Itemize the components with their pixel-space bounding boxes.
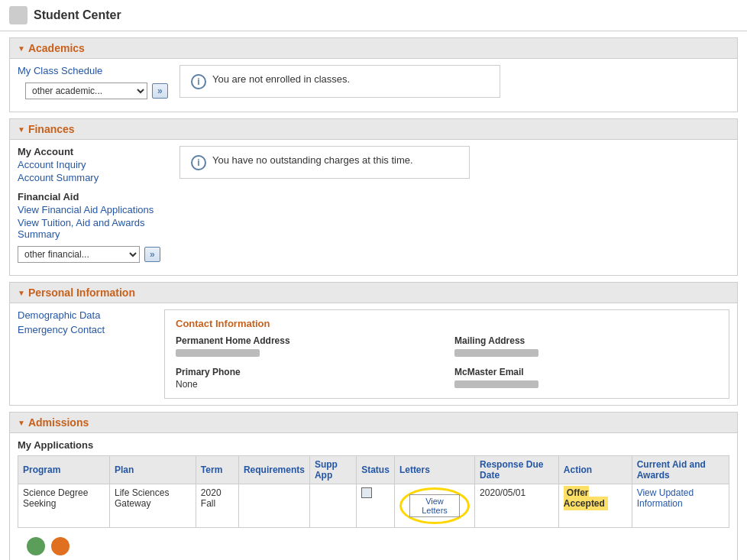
col-term: Term xyxy=(196,456,238,484)
personal-information-title: Personal Information xyxy=(28,286,135,299)
view-tuition-link[interactable]: View Tuition, Aid and Awards Summary xyxy=(18,217,144,240)
page-header: Student Center xyxy=(0,0,747,31)
finances-right: i You have no outstanding charges at thi… xyxy=(179,146,729,269)
personal-left: Demographic Data Emergency Contact xyxy=(18,309,155,399)
view-letters-button[interactable]: View Letters xyxy=(409,494,460,517)
col-requirements: Requirements xyxy=(238,456,309,484)
finances-dropdown[interactable]: other financial... Finances Financial Ai… xyxy=(18,246,140,263)
orange-button[interactable] xyxy=(51,537,70,555)
cell-current-aid-awards: View Updated Information xyxy=(632,484,729,528)
permanent-address-label: Permanent Home Address xyxy=(176,335,439,346)
finances-left: My Account Account Inquiry Account Summa… xyxy=(18,146,170,269)
enrollment-message: You are not enrolled in classes. xyxy=(212,73,350,85)
view-financial-aid-link[interactable]: View Financial Aid Applications xyxy=(18,204,154,215)
mcmaster-email-label: McMaster Email xyxy=(454,367,718,377)
cell-status xyxy=(357,484,395,528)
finances-info-icon: i xyxy=(191,155,206,170)
permanent-address-value xyxy=(176,349,260,357)
academics-section: ▼ Academics My Class Schedule other acad… xyxy=(9,37,738,112)
admissions-title: Admissions xyxy=(28,416,89,429)
academics-dropdown-row: other academic... Enrollment Academics T… xyxy=(25,83,170,99)
col-current-aid-awards: Current Aid and Awards xyxy=(632,456,729,484)
academics-right: i You are not enrolled in classes. xyxy=(179,65,729,105)
col-supp-app: Supp App xyxy=(309,456,356,484)
cell-plan: Life Sciences Gateway xyxy=(110,484,196,528)
academics-header: ▼ Academics xyxy=(10,38,737,59)
academics-title: Academics xyxy=(28,42,85,54)
cell-program: Science Degree Seeking xyxy=(18,484,110,528)
academics-left: My Class Schedule other academic... Enro… xyxy=(18,65,170,105)
mailing-address-label: Mailing Address xyxy=(454,335,718,346)
bottom-buttons xyxy=(18,531,729,560)
finances-triangle-icon: ▼ xyxy=(18,125,25,134)
enrollment-info-box: i You are not enrolled in classes. xyxy=(179,65,500,98)
status-checkbox[interactable] xyxy=(361,487,372,498)
page-title: Student Center xyxy=(34,8,121,22)
account-inquiry-link[interactable]: Account Inquiry xyxy=(18,159,86,170)
primary-phone-value: None xyxy=(176,379,439,390)
table-row: Science Degree Seeking Life Sciences Gat… xyxy=(18,484,729,528)
admissions-header: ▼ Admissions xyxy=(10,413,737,433)
personal-information-body: Demographic Data Emergency Contact Conta… xyxy=(10,303,737,405)
finances-dropdown-row: other financial... Finances Financial Ai… xyxy=(18,246,170,263)
contact-grid: Permanent Home Address Mailing Address P… xyxy=(176,335,718,390)
cell-letters: View Letters xyxy=(394,484,474,528)
demographic-data-link[interactable]: Demographic Data xyxy=(18,309,100,321)
primary-phone-field: Primary Phone None xyxy=(176,367,439,390)
account-summary-link[interactable]: Account Summary xyxy=(18,172,99,183)
financial-aid-label: Financial Aid xyxy=(18,191,170,202)
cell-requirements xyxy=(238,484,309,528)
academics-go-button[interactable]: » xyxy=(152,83,168,99)
admissions-body: My Applications Program Plan Term Requir… xyxy=(10,433,737,560)
finances-header: ▼ Finances xyxy=(10,119,737,140)
personal-triangle-icon: ▼ xyxy=(18,289,25,297)
cell-action: Offer Accepted xyxy=(558,484,632,528)
offer-accepted-badge: Offer Accepted xyxy=(564,486,608,510)
emergency-contact-link[interactable]: Emergency Contact xyxy=(18,324,105,335)
academics-body: My Class Schedule other academic... Enro… xyxy=(10,59,737,112)
contact-box: Contact Information Permanent Home Addre… xyxy=(164,309,729,399)
my-applications-title: My Applications xyxy=(18,439,729,451)
cell-response-due-date: 2020/05/01 xyxy=(475,484,559,528)
col-action: Action xyxy=(558,456,632,484)
mailing-address-field: Mailing Address xyxy=(454,335,718,359)
personal-information-section: ▼ Personal Information Demographic Data … xyxy=(9,282,738,406)
admissions-triangle-icon: ▼ xyxy=(18,419,25,427)
outstanding-message: You have no outstanding charges at this … xyxy=(212,154,413,166)
primary-phone-label: Primary Phone xyxy=(176,367,439,377)
mcmaster-email-field: McMaster Email xyxy=(454,367,718,390)
col-response-due-date: Response Due Date xyxy=(475,456,559,484)
table-header-row: Program Plan Term Requirements Supp App … xyxy=(18,456,729,484)
mailing-address-value xyxy=(454,349,538,357)
contact-box-title: Contact Information xyxy=(176,318,718,329)
col-status: Status xyxy=(357,456,395,484)
view-updated-information-link[interactable]: View Updated Information xyxy=(637,487,694,509)
letters-highlight-circle: View Letters xyxy=(399,487,470,524)
academics-dropdown[interactable]: other academic... Enrollment Academics T… xyxy=(25,83,147,99)
my-class-schedule-link[interactable]: My Class Schedule xyxy=(18,65,102,76)
finances-go-button[interactable]: » xyxy=(144,247,160,262)
cell-supp-app xyxy=(309,484,356,528)
admissions-section: ▼ Admissions My Applications Program Pla… xyxy=(9,412,738,560)
col-program: Program xyxy=(18,456,110,484)
col-letters: Letters xyxy=(394,456,474,484)
green-button[interactable] xyxy=(27,537,45,555)
applications-table: Program Plan Term Requirements Supp App … xyxy=(18,455,729,528)
outstanding-info-box: i You have no outstanding charges at thi… xyxy=(179,146,470,179)
mcmaster-email-value xyxy=(454,380,538,388)
finances-title: Finances xyxy=(28,123,75,135)
personal-information-header: ▼ Personal Information xyxy=(10,283,737,303)
student-center-icon xyxy=(9,6,27,24)
col-plan: Plan xyxy=(110,456,196,484)
cell-term: 2020 Fall xyxy=(196,484,238,528)
finances-body: My Account Account Inquiry Account Summa… xyxy=(10,140,737,275)
my-account-label: My Account xyxy=(18,146,170,157)
academics-triangle-icon: ▼ xyxy=(18,44,25,53)
info-icon: i xyxy=(191,74,206,89)
finances-section: ▼ Finances My Account Account Inquiry Ac… xyxy=(9,118,738,276)
permanent-address-field: Permanent Home Address xyxy=(176,335,439,359)
